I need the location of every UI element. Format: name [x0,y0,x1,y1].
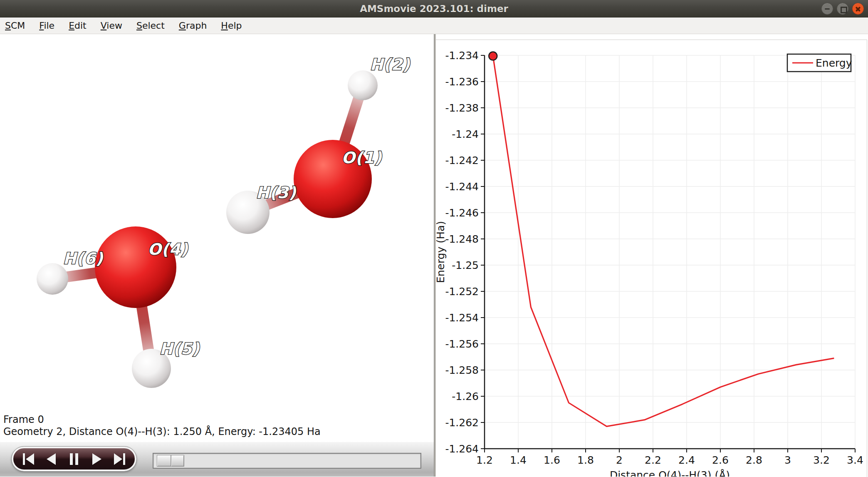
atom-label-H(2): H(2) [370,55,411,74]
y-tick-label: -1.24 [452,128,479,140]
close-button[interactable] [852,3,864,15]
y-tick-label: -1.238 [445,102,479,114]
playback-controls [12,447,136,471]
atom-label-H(6): H(6) [63,249,104,268]
y-tick-label: -1.262 [445,417,479,429]
molecule-viewport[interactable]: H(2)O(1)H(3)O(4)H(6)H(5) [0,34,434,442]
x-tick-label: 3.2 [813,454,830,466]
frame-slider-handle[interactable] [157,455,184,467]
skip-to-start-button[interactable] [20,452,38,466]
skip-to-end-icon [113,452,126,466]
y-tick-label: -1.246 [445,207,479,219]
atom-label-H(3): H(3) [256,184,297,202]
x-tick-label: 1.2 [476,454,493,466]
play-icon [90,452,103,466]
atom-H(2)[interactable] [348,70,378,100]
play-button[interactable] [87,452,106,466]
atom-label-O(4): O(4) [148,240,188,258]
playback-bar [0,442,434,477]
maximize-button[interactable] [837,3,848,15]
energy-chart: 1.21.41.61.822.22.42.62.833.23.4-1.234-1… [436,34,868,477]
current-frame-marker[interactable] [489,52,497,60]
menu-select[interactable]: Select [135,20,166,32]
x-axis-title: Distance O(4)--H(3) (Å) [610,469,730,477]
amsmovie-window: AMSmovie 2023.101: dimer SCMFileEditView… [0,0,868,477]
window-title: AMSmovie 2023.101: dimer [0,0,868,17]
menu-edit[interactable]: Edit [67,20,88,32]
atom-H(6)[interactable] [37,263,68,295]
x-tick-label: 3 [784,454,791,466]
y-tick-label: -1.25 [452,259,479,271]
minimize-button[interactable] [821,3,833,15]
molecule-panel: H(2)O(1)H(3)O(4)H(6)H(5) Frame 0 Geometr… [0,34,434,477]
x-tick-label: 2.6 [712,454,729,466]
y-tick-label: -1.256 [445,338,479,350]
x-tick-label: 3.4 [847,454,863,466]
y-tick-label: -1.234 [445,50,479,62]
y-tick-label: -1.254 [445,312,479,324]
x-tick-label: 1.4 [510,454,527,466]
step-backward-button[interactable] [42,452,61,466]
status-area: Frame 0 Geometry 2, Distance O(4)--H(3):… [3,414,321,438]
titlebar[interactable]: AMSmovie 2023.101: dimer [0,0,868,17]
y-tick-label: -1.236 [445,76,479,88]
axes [485,55,855,449]
y-tick-label: -1.264 [445,443,479,455]
skip-to-end-button[interactable] [110,452,129,466]
menubar: SCMFileEditViewSelectGraphHelp [0,17,868,34]
atom-label-H(5): H(5) [160,340,200,358]
x-tick-label: 1.6 [544,454,560,466]
frame-status: Frame 0 [3,414,321,426]
y-tick-label: -1.248 [445,233,479,245]
energy-curve [493,56,834,427]
skip-to-start-icon [22,452,35,466]
y-tick-label: -1.244 [445,181,479,193]
pause-button[interactable] [65,452,83,466]
x-tick-label: 2.8 [746,454,762,466]
x-tick-label: 2 [616,454,623,466]
pause-icon [67,452,81,466]
x-tick-label: 1.8 [577,454,594,466]
x-tick-label: 2.4 [678,454,695,466]
y-tick-label: -1.258 [445,364,479,376]
geometry-status: Geometry 2, Distance O(4)--H(3): 1.250 Å… [3,426,321,438]
x-tick-label: 2.2 [645,454,661,466]
main-content: H(2)O(1)H(3)O(4)H(6)H(5) Frame 0 Geometr… [0,34,868,477]
y-tick-label: -1.252 [445,286,479,298]
graph-panel: 1.21.41.61.822.22.42.62.833.23.4-1.234-1… [436,34,868,477]
y-tick-label: -1.242 [445,154,479,166]
legend-label: Energy [816,57,852,69]
window-controls [821,3,864,15]
atom-label-O(1): O(1) [341,149,382,167]
menu-scm[interactable]: SCM [3,20,27,32]
y-tick-label: -1.26 [452,390,479,402]
frame-slider[interactable] [153,453,421,469]
step-backward-icon [45,452,58,466]
menu-help[interactable]: Help [219,20,243,32]
menu-file[interactable]: File [37,20,56,32]
y-axis-title: Energy (Ha) [436,221,447,283]
atom-O(4)[interactable] [95,226,176,308]
menu-view[interactable]: View [99,20,124,32]
menu-graph[interactable]: Graph [177,20,209,32]
